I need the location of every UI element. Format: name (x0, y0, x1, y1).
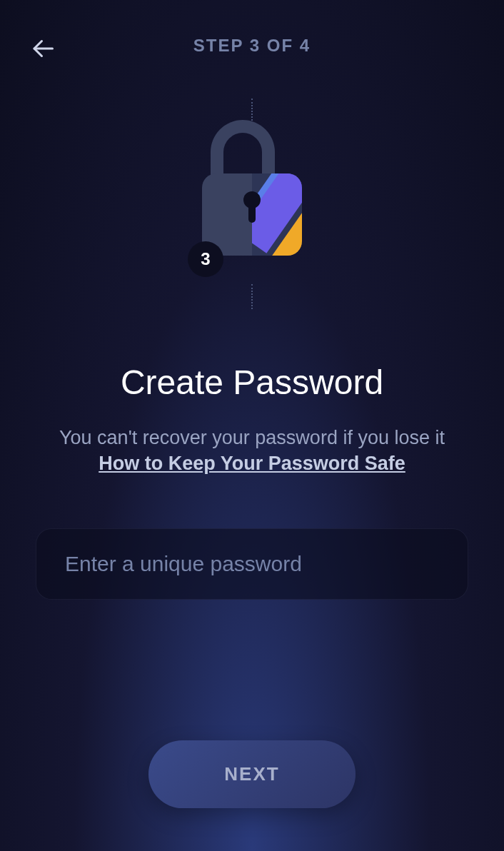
back-button[interactable] (29, 34, 57, 63)
lock-illustration: 3 (0, 120, 504, 284)
page-title: Create Password (29, 363, 475, 402)
password-safety-link[interactable]: How to Keep Your Password Safe (99, 453, 405, 475)
step-indicator: STEP 3 OF 4 (193, 36, 311, 56)
password-input[interactable] (36, 528, 468, 600)
step-number-badge: 3 (188, 241, 223, 277)
page-subtitle: You can't recover your password if you l… (29, 423, 475, 453)
next-button[interactable]: NEXT (148, 740, 356, 808)
back-arrow-icon (30, 36, 56, 61)
